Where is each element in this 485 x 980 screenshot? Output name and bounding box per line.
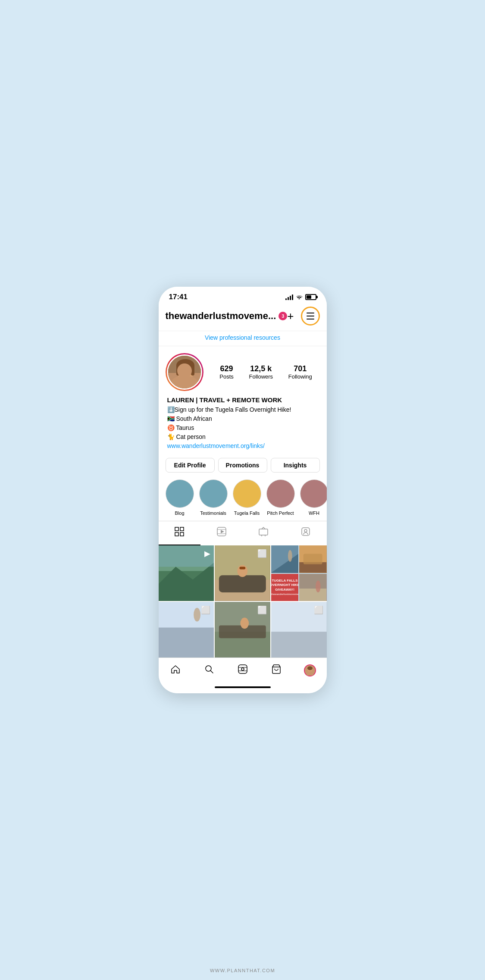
highlight-circle-tugela xyxy=(233,479,261,508)
carousel-indicator-5: ⬜ xyxy=(257,605,267,615)
pro-resources-bar: View professional resources xyxy=(159,331,327,346)
grid-item-1[interactable]: ▶ xyxy=(159,545,214,601)
highlight-label-testimonials: Testimonials xyxy=(200,510,226,516)
avatar xyxy=(167,354,202,390)
highlight-label-blog: Blog xyxy=(175,510,184,516)
svg-rect-1 xyxy=(168,356,201,373)
highlight-testimonials[interactable]: Testimonials xyxy=(199,479,228,516)
bio-link[interactable]: www.wanderlustmovement.org/links/ xyxy=(167,442,318,449)
svg-marker-16 xyxy=(221,530,224,533)
tab-tv[interactable] xyxy=(243,521,285,545)
followers-label: Followers xyxy=(249,373,273,380)
status-icons xyxy=(285,294,316,301)
tab-reels[interactable] xyxy=(200,521,243,545)
tagged-icon xyxy=(300,526,311,539)
svg-rect-13 xyxy=(175,532,178,536)
nav-profile[interactable] xyxy=(293,663,327,678)
profile-top: 629 Posts 12,5 k Followers 701 Following xyxy=(166,353,320,391)
svg-rect-41 xyxy=(299,589,326,601)
svg-rect-19 xyxy=(259,529,268,535)
phone-container: 17:41 thewanderlustmoveme... 3 + xyxy=(159,287,327,693)
grid-sub-2[interactable] xyxy=(299,545,326,573)
following-stat[interactable]: 701 Following xyxy=(288,364,312,380)
header: thewanderlustmoveme... 3 + xyxy=(159,305,327,331)
search-icon xyxy=(204,664,214,677)
avatar-wrap xyxy=(166,353,203,391)
signal-icon xyxy=(285,294,293,300)
svg-rect-14 xyxy=(180,532,184,536)
svg-point-58 xyxy=(241,668,244,670)
photo-grid: ▶ ⬜ xyxy=(159,545,327,657)
svg-point-23 xyxy=(304,529,307,532)
tab-grid[interactable] xyxy=(159,521,201,545)
posts-stat[interactable]: 629 Posts xyxy=(219,364,234,380)
header-right: + xyxy=(287,307,319,326)
reels-icon xyxy=(216,526,227,539)
bio-line-3: ♉ Taurus xyxy=(167,423,318,432)
tab-tagged[interactable] xyxy=(285,521,327,545)
grid-sub-4[interactable] xyxy=(299,574,326,601)
footer-text: WWW.PLANNTHAT.COM xyxy=(210,968,275,973)
tv-icon xyxy=(258,526,269,539)
nav-search[interactable] xyxy=(192,662,226,679)
svg-rect-31 xyxy=(219,576,266,593)
svg-point-65 xyxy=(307,666,313,670)
svg-point-9 xyxy=(181,371,183,373)
status-time: 17:41 xyxy=(169,293,188,301)
svg-point-42 xyxy=(316,580,321,592)
grid-item-right-col: TUGELA FALLSOVERNIGHT HIKEGIVEAWAY! @the… xyxy=(271,545,327,601)
grid-item-2[interactable]: ⬜ xyxy=(215,545,270,601)
followers-stat[interactable]: 12,5 k Followers xyxy=(249,364,273,380)
highlight-blog[interactable]: Blog xyxy=(166,479,194,516)
grid-item-inner-5: ⬜ xyxy=(215,602,270,658)
content-tab-bar xyxy=(159,521,327,545)
action-buttons: Edit Profile Promotions Insights xyxy=(159,453,327,476)
highlight-circle-blog xyxy=(166,479,194,508)
grid-item-4[interactable]: ⬜ xyxy=(159,602,214,658)
menu-button[interactable] xyxy=(301,307,320,326)
avatar-ring[interactable] xyxy=(166,353,203,391)
carousel-indicator-4: ⬜ xyxy=(201,605,210,615)
profile-section: 629 Posts 12,5 k Followers 701 Following… xyxy=(159,346,327,453)
grid-item-6[interactable]: ⬜ xyxy=(271,602,327,658)
highlight-tugela[interactable]: Tugela Falls xyxy=(233,479,261,516)
highlight-label-wfh: WFH xyxy=(309,510,319,516)
svg-point-50 xyxy=(241,618,249,629)
following-count: 701 xyxy=(288,364,312,373)
posts-label: Posts xyxy=(219,373,234,380)
insights-button[interactable]: Insights xyxy=(271,458,320,473)
wifi-icon xyxy=(296,294,303,301)
highlight-wfh[interactable]: WFH xyxy=(300,479,327,516)
header-left: thewanderlustmoveme... 3 xyxy=(166,310,288,322)
svg-rect-44 xyxy=(159,627,214,657)
edit-profile-button[interactable]: Edit Profile xyxy=(166,458,215,473)
reels-nav-icon xyxy=(238,664,248,677)
svg-rect-12 xyxy=(180,527,184,531)
highlight-label-tugela: Tugela Falls xyxy=(234,510,260,516)
add-button[interactable]: + xyxy=(287,310,294,322)
shop-icon xyxy=(271,664,282,677)
nav-shop[interactable] xyxy=(260,662,293,679)
nav-reels[interactable] xyxy=(226,662,260,679)
notification-badge[interactable]: 3 xyxy=(278,312,287,320)
carousel-indicator-2: ⬜ xyxy=(257,549,267,558)
svg-rect-54 xyxy=(271,632,327,657)
svg-point-10 xyxy=(188,371,189,373)
grid-sub-1[interactable] xyxy=(271,545,298,573)
bio-line-1: ⬇️Sign up for the Tugela Falls Overnight… xyxy=(167,405,318,414)
promotions-button[interactable]: Promotions xyxy=(218,458,267,473)
nav-home[interactable] xyxy=(159,662,192,679)
svg-point-36 xyxy=(288,550,292,562)
avatar-face xyxy=(168,356,201,388)
highlight-circle-wfh xyxy=(300,479,327,508)
bio-name: LAUREN | TRAVEL + REMOTE WORK xyxy=(167,396,318,404)
bio-line-2: 🇿🇦 South African xyxy=(167,414,318,423)
grid-sub-3[interactable]: TUGELA FALLSOVERNIGHT HIKEGIVEAWAY! @the… xyxy=(271,574,298,601)
pro-resources-link[interactable]: View professional resources xyxy=(205,334,280,341)
grid-item-5[interactable]: ⬜ xyxy=(215,602,270,658)
home-indicator xyxy=(215,686,271,688)
video-indicator-1: ▶ xyxy=(204,549,210,558)
svg-rect-33 xyxy=(240,567,246,570)
highlight-pitch[interactable]: Pitch Perfect xyxy=(266,479,295,516)
highlight-circle-testimonials xyxy=(199,479,228,508)
